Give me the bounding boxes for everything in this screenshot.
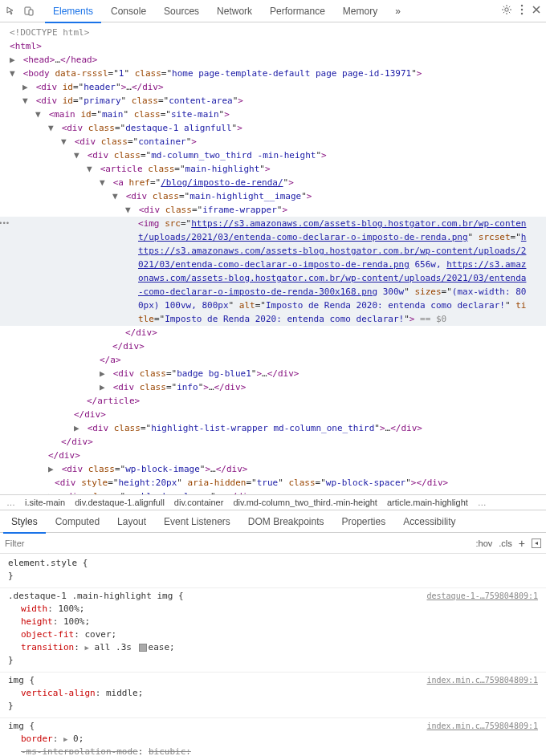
- device-mode-icon[interactable]: [22, 5, 35, 18]
- filter-input[interactable]: [5, 539, 476, 548]
- source-link[interactable]: index.min.c…759804809:1: [427, 674, 538, 687]
- dom-line[interactable]: <html>: [0, 39, 546, 53]
- styles-tab-event-listeners[interactable]: Event Listeners: [156, 510, 238, 533]
- styles-tab-computed[interactable]: Computed: [47, 510, 108, 533]
- dom-line[interactable]: ▼ <a href="/blog/imposto-de-renda/">: [0, 176, 546, 189]
- dom-line[interactable]: ▼ <main id="main" class="site-main">: [0, 108, 546, 121]
- svg-point-4: [521, 9, 523, 10]
- dom-line[interactable]: ▶ <div id="header">…</div>: [0, 80, 546, 94]
- dom-line[interactable]: ▶ <div class="wp-block-columns">…</div>: [0, 490, 546, 494]
- breadcrumb-item[interactable]: div.md-column_two_third.-min-height: [233, 498, 377, 507]
- dom-line[interactable]: ▶ <div class="badge bg-blue1">…</div>: [0, 367, 546, 380]
- dom-line[interactable]: <!DOCTYPE html>: [0, 26, 546, 39]
- dom-line[interactable]: </article>: [0, 394, 546, 408]
- gear-icon[interactable]: [501, 4, 512, 18]
- tab-elements[interactable]: Elements: [45, 0, 101, 22]
- styles-tab-properties[interactable]: Properties: [334, 510, 394, 533]
- box-model-icon[interactable]: ◂: [532, 539, 541, 548]
- source-link[interactable]: destaque-1-…759804809:1: [427, 590, 538, 603]
- dom-line[interactable]: ▶ <head>…</head>: [0, 53, 546, 67]
- styles-tab-accessibility[interactable]: Accessibility: [395, 510, 463, 533]
- styles-panel[interactable]: element.style { } .destaque-1 .main-high…: [0, 554, 546, 754]
- dom-line[interactable]: ▼ <div class="iframe-wrapper">: [0, 203, 546, 217]
- tab-more[interactable]: »: [387, 0, 409, 22]
- tab-sources[interactable]: Sources: [156, 0, 207, 22]
- dom-line[interactable]: </a>: [0, 353, 546, 367]
- toolbar-right: [501, 4, 541, 18]
- dom-line[interactable]: ▼ <div class="md-column_two_third -min-h…: [0, 148, 546, 162]
- tab-network[interactable]: Network: [209, 0, 260, 22]
- kebab-icon[interactable]: [520, 4, 524, 18]
- dom-line[interactable]: ▼ <body data-rsssl="1" class="home page-…: [0, 67, 546, 80]
- breadcrumb-item[interactable]: …: [6, 498, 15, 507]
- breadcrumb-item[interactable]: i.site-main: [25, 498, 65, 507]
- dom-line[interactable]: </div>: [0, 408, 546, 421]
- source-link[interactable]: index.min.c…759804809:1: [427, 720, 538, 733]
- hov-toggle[interactable]: :hov: [476, 539, 493, 548]
- css-rule[interactable]: .destaque-1 .main-highlight img {destaqu…: [0, 588, 546, 673]
- close-icon[interactable]: [532, 5, 541, 17]
- cls-toggle[interactable]: .cls: [499, 539, 512, 548]
- inspect-icon[interactable]: [5, 5, 18, 18]
- breadcrumb-item[interactable]: div.container: [174, 498, 224, 507]
- breadcrumb-item[interactable]: div.destaque-1.alignfull: [75, 498, 165, 507]
- dom-line[interactable]: ▶ <div class="info">…</div>: [0, 380, 546, 394]
- styles-tab-dom-breakpoints[interactable]: DOM Breakpoints: [240, 510, 332, 533]
- dom-tree[interactable]: <!DOCTYPE html> <html> ▶ <head>…</head> …: [0, 22, 546, 494]
- svg-point-5: [521, 13, 523, 14]
- dom-line[interactable]: </div>: [0, 449, 546, 462]
- svg-point-3: [521, 5, 523, 6]
- svg-rect-1: [29, 10, 33, 15]
- dom-line-selected[interactable]: <img src="https://s3.amazonaws.com/asset…: [0, 217, 546, 326]
- add-rule-icon[interactable]: +: [519, 537, 525, 550]
- tab-memory[interactable]: Memory: [335, 0, 385, 22]
- dom-line[interactable]: ▼ <div class="main-highlight__image">: [0, 189, 546, 203]
- dom-line[interactable]: <div style="height:20px" aria-hidden="tr…: [0, 476, 546, 490]
- dom-line[interactable]: ▶ <div class="highlight-list-wrapper md-…: [0, 421, 546, 435]
- easing-swatch[interactable]: [139, 644, 147, 652]
- tab-console[interactable]: Console: [103, 0, 154, 22]
- css-rule[interactable]: element.style { }: [0, 555, 546, 588]
- css-rule[interactable]: img {index.min.c…759804809:1 border: ▶ 0…: [0, 718, 546, 754]
- dom-line[interactable]: ▼ <div id="primary" class="content-area"…: [0, 94, 546, 108]
- dom-line[interactable]: ▼ <article class="main-highlight">: [0, 162, 546, 176]
- styles-tabs: Styles Computed Layout Event Listeners D…: [0, 510, 546, 533]
- dom-line[interactable]: ▶ <div class="wp-block-image">…</div>: [0, 462, 546, 476]
- styles-tab-styles[interactable]: Styles: [3, 510, 46, 533]
- toolbar-left: [5, 5, 35, 18]
- breadcrumb-item[interactable]: article.main-highlight: [387, 498, 468, 507]
- tab-performance[interactable]: Performance: [262, 0, 333, 22]
- panel-tabs: Elements Console Sources Network Perform…: [45, 0, 498, 22]
- dom-line[interactable]: </div>: [0, 339, 546, 353]
- breadcrumb[interactable]: … i.site-main div.destaque-1.alignfull d…: [0, 494, 546, 510]
- dom-line[interactable]: ▼ <div class="destaque-1 alignfull">: [0, 121, 546, 135]
- devtools-toolbar: Elements Console Sources Network Perform…: [0, 0, 546, 22]
- dom-line[interactable]: </div>: [0, 326, 546, 339]
- dom-line[interactable]: ▼ <div class="container">: [0, 135, 546, 148]
- dom-line[interactable]: </div>: [0, 435, 546, 449]
- svg-point-2: [505, 8, 508, 11]
- css-rule[interactable]: img {index.min.c…759804809:1 vertical-al…: [0, 673, 546, 718]
- filter-row: :hov .cls + ◂: [0, 533, 546, 554]
- breadcrumb-item[interactable]: …: [478, 498, 487, 507]
- styles-tab-layout[interactable]: Layout: [109, 510, 154, 533]
